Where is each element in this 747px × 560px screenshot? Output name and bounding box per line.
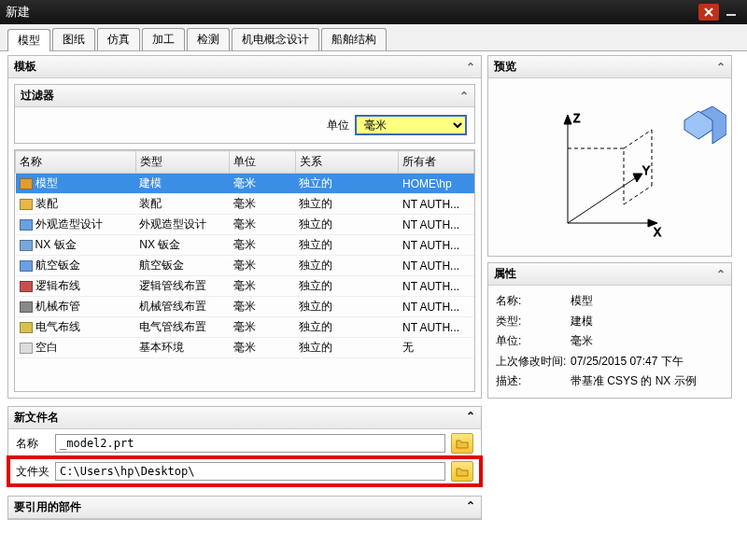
svg-text:Z: Z (573, 112, 580, 125)
tab-5[interactable]: 机电概念设计 (232, 28, 319, 50)
tab-strip: 模型图纸仿真加工检测机电概念设计船舶结构 (0, 24, 747, 51)
close-icon[interactable] (698, 4, 719, 21)
properties-title: 属性 (494, 266, 516, 282)
axes-icon: Z X Y (493, 83, 726, 251)
browse-folder-button[interactable] (451, 461, 473, 482)
reference-panel: 要引用的部件 ⌃ (7, 496, 482, 520)
tab-6[interactable]: 船舶结构 (321, 28, 387, 50)
table-row[interactable]: 电气布线电气管线布置毫米独立的NT AUTH... (16, 317, 474, 338)
file-icon (20, 178, 33, 189)
unit-select[interactable]: 毫米 (355, 115, 467, 135)
preview-title: 预览 (494, 59, 516, 75)
name-label: 名称 (16, 436, 49, 452)
folder-input[interactable] (55, 462, 445, 481)
table-row[interactable]: 空白基本环境毫米独立的无 (16, 338, 474, 358)
column-header[interactable]: 单位 (230, 151, 295, 174)
filter-box: 过滤器 ⌃ 单位 毫米 (14, 84, 475, 144)
new-file-panel: 新文件名 ⌃ 名称 文件夹 (7, 406, 482, 486)
tab-0[interactable]: 模型 (7, 29, 50, 51)
file-icon (20, 260, 33, 272)
tab-2[interactable]: 仿真 (97, 28, 140, 50)
column-header[interactable]: 关系 (295, 151, 399, 174)
template-panel-title: 模板 (14, 59, 36, 75)
table-row[interactable]: 外观造型设计外观造型设计毫米独立的NT AUTH... (16, 215, 474, 235)
svg-marker-2 (564, 115, 571, 124)
new-file-title: 新文件名 (14, 410, 59, 426)
property-row: 上次修改时间:07/25/2015 07:47 下午 (496, 352, 724, 372)
column-header[interactable]: 名称 (16, 151, 136, 174)
property-row: 描述:带基准 CSYS 的 NX 示例 (496, 371, 724, 392)
collapse-icon[interactable]: ⌃ (466, 499, 475, 515)
svg-text:Y: Y (642, 164, 650, 177)
collapse-icon[interactable]: ⌃ (716, 61, 726, 74)
property-row: 类型:建模 (496, 312, 724, 332)
property-row: 单位:毫米 (496, 331, 724, 352)
table-row[interactable]: 航空钣金航空钣金毫米独立的NT AUTH... (16, 256, 474, 276)
cube-icon (684, 106, 726, 144)
window-title: 新建 (6, 4, 30, 21)
collapse-icon[interactable]: ⌃ (466, 61, 475, 74)
filter-title: 过滤器 (21, 88, 54, 104)
template-table: 名称类型单位关系所有者 模型建模毫米独立的HOME\hp装配装配毫米独立的NT … (14, 149, 475, 392)
svg-marker-8 (633, 174, 642, 182)
table-row[interactable]: NX 钣金NX 钣金毫米独立的NT AUTH... (16, 235, 474, 256)
filter-unit-label: 单位 (327, 118, 349, 133)
table-row[interactable]: 装配装配毫米独立的NT AUTH... (16, 194, 474, 215)
preview-panel: 预览 ⌃ Z X Y (487, 55, 732, 257)
titlebar: 新建 (0, 0, 747, 24)
file-icon (20, 281, 33, 292)
minimize-icon[interactable] (721, 4, 741, 21)
collapse-icon[interactable]: ⌃ (716, 268, 726, 281)
file-icon (20, 301, 33, 313)
property-row: 名称:模型 (496, 291, 724, 312)
table-row[interactable]: 逻辑布线逻辑管线布置毫米独立的NT AUTH... (16, 276, 474, 297)
table-row[interactable]: 模型建模毫米独立的HOME\hp (16, 174, 474, 194)
svg-line-7 (568, 176, 638, 223)
tab-1[interactable]: 图纸 (52, 28, 95, 50)
column-header[interactable]: 类型 (135, 151, 230, 174)
window-controls (698, 4, 741, 21)
tab-4[interactable]: 检测 (187, 28, 230, 50)
file-icon (20, 199, 33, 210)
column-header[interactable]: 所有者 (399, 151, 474, 174)
tab-3[interactable]: 加工 (142, 28, 185, 50)
collapse-icon[interactable]: ⌃ (466, 410, 475, 426)
folder-label: 文件夹 (16, 464, 49, 480)
svg-rect-0 (726, 14, 736, 16)
svg-text:X: X (654, 226, 661, 239)
table-row[interactable]: 机械布管机械管线布置毫米独立的NT AUTH... (16, 297, 474, 317)
properties-panel: 属性 ⌃ 名称:模型类型:建模单位:毫米上次修改时间:07/25/2015 07… (487, 262, 732, 399)
file-icon (20, 322, 33, 333)
template-panel: 模板 ⌃ 过滤器 ⌃ 单位 毫米 名称类型单位关系所有者 (7, 55, 482, 399)
browse-name-button[interactable] (451, 433, 473, 454)
file-icon (20, 343, 33, 354)
file-icon (20, 240, 33, 251)
file-icon (20, 219, 33, 231)
name-input[interactable] (55, 434, 445, 453)
collapse-icon[interactable]: ⌃ (459, 90, 469, 103)
reference-title: 要引用的部件 (14, 499, 81, 515)
